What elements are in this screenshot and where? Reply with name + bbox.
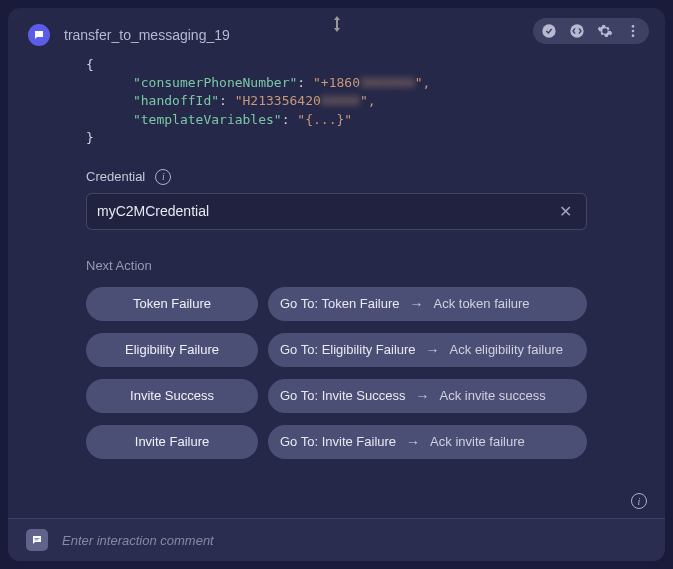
code-key: "handoffId": [133, 93, 219, 108]
action-goto-button[interactable]: Go To: Eligibility Failure → Ack eligibi…: [268, 333, 587, 367]
chat-icon: [28, 24, 50, 46]
action-row-invite-success: Invite Success Go To: Invite Success → A…: [86, 379, 587, 413]
json-payload: { "consumerPhoneNumber": "+18603XXXXXX",…: [86, 56, 587, 147]
arrow-right-icon: →: [426, 342, 440, 358]
arrow-right-icon: →: [409, 296, 423, 312]
arrow-right-icon: →: [416, 388, 430, 404]
node-title: transfer_to_messaging_19: [64, 27, 230, 43]
panel-header: transfer_to_messaging_19: [8, 8, 665, 56]
svg-rect-6: [35, 540, 39, 541]
svg-rect-5: [35, 538, 40, 539]
credential-label: Credential i: [86, 169, 587, 185]
arrow-right-icon: →: [406, 434, 420, 450]
action-goto-button[interactable]: Go To: Invite Success → Ack invite succe…: [268, 379, 587, 413]
action-goto-button[interactable]: Go To: Invite Failure → Ack invite failu…: [268, 425, 587, 459]
clear-icon[interactable]: ✕: [555, 202, 576, 221]
code-key: "consumerPhoneNumber": [133, 75, 297, 90]
action-goto-button[interactable]: Go To: Token Failure → Ack token failure: [268, 287, 587, 321]
info-icon[interactable]: i: [155, 169, 171, 185]
action-row-eligibility-failure: Eligibility Failure Go To: Eligibility F…: [86, 333, 587, 367]
action-row-invite-failure: Invite Failure Go To: Invite Failure → A…: [86, 425, 587, 459]
code-brace-open: {: [86, 57, 94, 72]
credential-input[interactable]: [97, 203, 555, 219]
panel-info-icon[interactable]: i: [631, 493, 647, 509]
comment-input[interactable]: [62, 533, 647, 548]
action-row-token-failure: Token Failure Go To: Token Failure → Ack…: [86, 287, 587, 321]
code-key: "templateVariables": [133, 112, 282, 127]
action-name-button[interactable]: Invite Failure: [86, 425, 258, 459]
code-brace-close: }: [86, 130, 94, 145]
credential-input-wrap: ✕: [86, 193, 587, 230]
action-name-button[interactable]: Token Failure: [86, 287, 258, 321]
action-name-button[interactable]: Invite Success: [86, 379, 258, 413]
comment-icon: [26, 529, 48, 551]
next-action-label: Next Action: [86, 258, 587, 273]
node-panel: transfer_to_messaging_19 { "consumerPhon…: [8, 8, 665, 561]
action-name-button[interactable]: Eligibility Failure: [86, 333, 258, 367]
panel-footer: [8, 518, 665, 561]
